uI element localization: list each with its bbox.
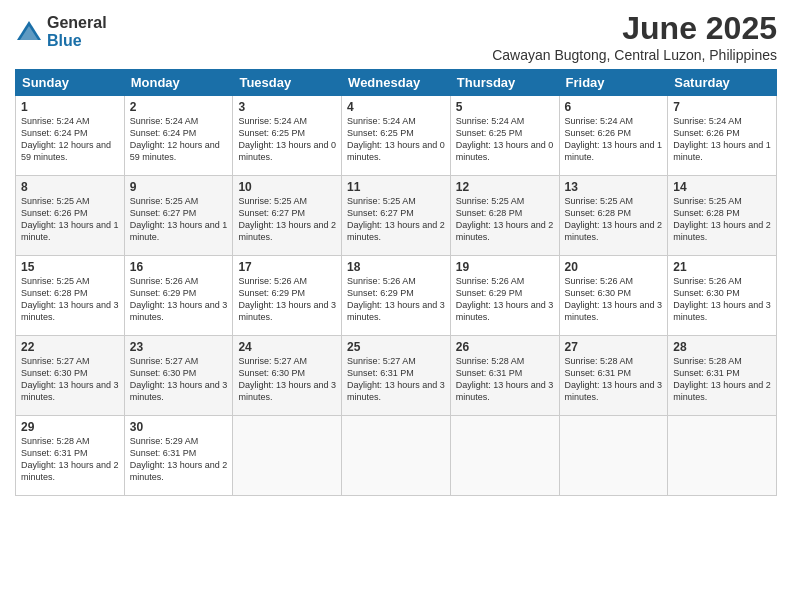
week-row-2: 8Sunrise: 5:25 AMSunset: 6:26 PMDaylight… (16, 176, 777, 256)
calendar-cell: 3Sunrise: 5:24 AMSunset: 6:25 PMDaylight… (233, 96, 342, 176)
day-info: Sunrise: 5:26 AMSunset: 6:29 PMDaylight:… (456, 276, 554, 322)
day-info: Sunrise: 5:26 AMSunset: 6:30 PMDaylight:… (673, 276, 771, 322)
calendar-table: Sunday Monday Tuesday Wednesday Thursday… (15, 69, 777, 496)
calendar-header-row: Sunday Monday Tuesday Wednesday Thursday… (16, 70, 777, 96)
day-info: Sunrise: 5:28 AMSunset: 6:31 PMDaylight:… (456, 356, 554, 402)
logo-text: General Blue (47, 14, 107, 49)
day-number: 4 (347, 100, 445, 114)
day-info: Sunrise: 5:26 AMSunset: 6:29 PMDaylight:… (130, 276, 228, 322)
page: General Blue June 2025 Cawayan Bugtong, … (0, 0, 792, 612)
day-info: Sunrise: 5:24 AMSunset: 6:24 PMDaylight:… (130, 116, 220, 162)
day-number: 8 (21, 180, 119, 194)
calendar-cell: 8Sunrise: 5:25 AMSunset: 6:26 PMDaylight… (16, 176, 125, 256)
day-info: Sunrise: 5:24 AMSunset: 6:25 PMDaylight:… (347, 116, 445, 162)
calendar-cell (450, 416, 559, 496)
day-number: 3 (238, 100, 336, 114)
day-number: 25 (347, 340, 445, 354)
calendar-cell: 2Sunrise: 5:24 AMSunset: 6:24 PMDaylight… (124, 96, 233, 176)
day-info: Sunrise: 5:28 AMSunset: 6:31 PMDaylight:… (21, 436, 119, 482)
calendar-cell: 1Sunrise: 5:24 AMSunset: 6:24 PMDaylight… (16, 96, 125, 176)
day-info: Sunrise: 5:25 AMSunset: 6:28 PMDaylight:… (456, 196, 554, 242)
calendar-cell: 6Sunrise: 5:24 AMSunset: 6:26 PMDaylight… (559, 96, 668, 176)
day-number: 11 (347, 180, 445, 194)
calendar-cell: 11Sunrise: 5:25 AMSunset: 6:27 PMDayligh… (342, 176, 451, 256)
day-number: 28 (673, 340, 771, 354)
col-monday: Monday (124, 70, 233, 96)
day-number: 29 (21, 420, 119, 434)
calendar-cell: 14Sunrise: 5:25 AMSunset: 6:28 PMDayligh… (668, 176, 777, 256)
week-row-3: 15Sunrise: 5:25 AMSunset: 6:28 PMDayligh… (16, 256, 777, 336)
day-number: 7 (673, 100, 771, 114)
calendar-cell: 19Sunrise: 5:26 AMSunset: 6:29 PMDayligh… (450, 256, 559, 336)
calendar-cell (342, 416, 451, 496)
day-number: 21 (673, 260, 771, 274)
day-number: 14 (673, 180, 771, 194)
calendar-cell: 26Sunrise: 5:28 AMSunset: 6:31 PMDayligh… (450, 336, 559, 416)
day-number: 1 (21, 100, 119, 114)
sub-title: Cawayan Bugtong, Central Luzon, Philippi… (492, 47, 777, 63)
day-info: Sunrise: 5:24 AMSunset: 6:25 PMDaylight:… (456, 116, 554, 162)
day-number: 18 (347, 260, 445, 274)
day-info: Sunrise: 5:27 AMSunset: 6:30 PMDaylight:… (238, 356, 336, 402)
day-number: 16 (130, 260, 228, 274)
day-info: Sunrise: 5:26 AMSunset: 6:29 PMDaylight:… (238, 276, 336, 322)
calendar-cell: 17Sunrise: 5:26 AMSunset: 6:29 PMDayligh… (233, 256, 342, 336)
day-info: Sunrise: 5:24 AMSunset: 6:26 PMDaylight:… (673, 116, 771, 162)
day-info: Sunrise: 5:24 AMSunset: 6:24 PMDaylight:… (21, 116, 111, 162)
calendar-cell (668, 416, 777, 496)
day-number: 17 (238, 260, 336, 274)
calendar-cell: 15Sunrise: 5:25 AMSunset: 6:28 PMDayligh… (16, 256, 125, 336)
calendar-cell: 10Sunrise: 5:25 AMSunset: 6:27 PMDayligh… (233, 176, 342, 256)
calendar-cell: 4Sunrise: 5:24 AMSunset: 6:25 PMDaylight… (342, 96, 451, 176)
day-number: 12 (456, 180, 554, 194)
calendar-cell: 24Sunrise: 5:27 AMSunset: 6:30 PMDayligh… (233, 336, 342, 416)
calendar-cell: 22Sunrise: 5:27 AMSunset: 6:30 PMDayligh… (16, 336, 125, 416)
calendar-cell: 18Sunrise: 5:26 AMSunset: 6:29 PMDayligh… (342, 256, 451, 336)
col-sunday: Sunday (16, 70, 125, 96)
day-info: Sunrise: 5:28 AMSunset: 6:31 PMDaylight:… (565, 356, 663, 402)
logo-icon (15, 18, 43, 46)
day-info: Sunrise: 5:25 AMSunset: 6:26 PMDaylight:… (21, 196, 119, 242)
calendar-cell: 23Sunrise: 5:27 AMSunset: 6:30 PMDayligh… (124, 336, 233, 416)
day-info: Sunrise: 5:28 AMSunset: 6:31 PMDaylight:… (673, 356, 771, 402)
week-row-5: 29Sunrise: 5:28 AMSunset: 6:31 PMDayligh… (16, 416, 777, 496)
day-info: Sunrise: 5:24 AMSunset: 6:25 PMDaylight:… (238, 116, 336, 162)
calendar-cell: 25Sunrise: 5:27 AMSunset: 6:31 PMDayligh… (342, 336, 451, 416)
day-info: Sunrise: 5:29 AMSunset: 6:31 PMDaylight:… (130, 436, 228, 482)
col-tuesday: Tuesday (233, 70, 342, 96)
col-saturday: Saturday (668, 70, 777, 96)
day-info: Sunrise: 5:27 AMSunset: 6:31 PMDaylight:… (347, 356, 445, 402)
header: General Blue June 2025 Cawayan Bugtong, … (15, 10, 777, 63)
day-number: 26 (456, 340, 554, 354)
logo-area: General Blue (15, 14, 107, 49)
calendar-cell: 16Sunrise: 5:26 AMSunset: 6:29 PMDayligh… (124, 256, 233, 336)
day-number: 9 (130, 180, 228, 194)
week-row-1: 1Sunrise: 5:24 AMSunset: 6:24 PMDaylight… (16, 96, 777, 176)
day-info: Sunrise: 5:26 AMSunset: 6:30 PMDaylight:… (565, 276, 663, 322)
day-number: 10 (238, 180, 336, 194)
day-info: Sunrise: 5:27 AMSunset: 6:30 PMDaylight:… (21, 356, 119, 402)
title-area: June 2025 Cawayan Bugtong, Central Luzon… (492, 10, 777, 63)
day-number: 5 (456, 100, 554, 114)
day-number: 22 (21, 340, 119, 354)
day-info: Sunrise: 5:25 AMSunset: 6:28 PMDaylight:… (21, 276, 119, 322)
calendar-cell: 29Sunrise: 5:28 AMSunset: 6:31 PMDayligh… (16, 416, 125, 496)
col-thursday: Thursday (450, 70, 559, 96)
calendar-cell: 28Sunrise: 5:28 AMSunset: 6:31 PMDayligh… (668, 336, 777, 416)
day-number: 20 (565, 260, 663, 274)
calendar-cell: 5Sunrise: 5:24 AMSunset: 6:25 PMDaylight… (450, 96, 559, 176)
day-info: Sunrise: 5:26 AMSunset: 6:29 PMDaylight:… (347, 276, 445, 322)
col-friday: Friday (559, 70, 668, 96)
calendar-cell: 20Sunrise: 5:26 AMSunset: 6:30 PMDayligh… (559, 256, 668, 336)
day-info: Sunrise: 5:25 AMSunset: 6:27 PMDaylight:… (347, 196, 445, 242)
day-info: Sunrise: 5:27 AMSunset: 6:30 PMDaylight:… (130, 356, 228, 402)
day-number: 24 (238, 340, 336, 354)
logo-general: General (47, 14, 107, 32)
calendar-cell: 30Sunrise: 5:29 AMSunset: 6:31 PMDayligh… (124, 416, 233, 496)
day-number: 6 (565, 100, 663, 114)
day-info: Sunrise: 5:24 AMSunset: 6:26 PMDaylight:… (565, 116, 663, 162)
day-number: 2 (130, 100, 228, 114)
main-title: June 2025 (492, 10, 777, 47)
calendar-cell: 13Sunrise: 5:25 AMSunset: 6:28 PMDayligh… (559, 176, 668, 256)
calendar-cell: 12Sunrise: 5:25 AMSunset: 6:28 PMDayligh… (450, 176, 559, 256)
